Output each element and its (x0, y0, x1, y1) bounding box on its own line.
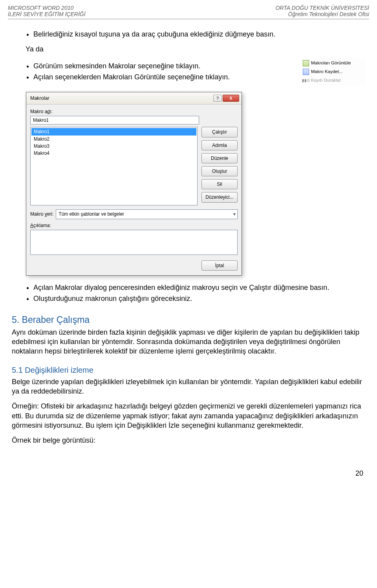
help-button[interactable]: ? (213, 95, 222, 102)
description-field: Açıklama: (30, 222, 238, 256)
label-part: çıklama: (33, 223, 51, 228)
list-item[interactable]: Makro2 (31, 136, 196, 143)
list-item: Açılan Makrolar diyalog penceresinden ek… (33, 283, 365, 292)
description-textarea[interactable] (30, 230, 238, 255)
menu-item-pause-recording: ▮▮⊙ Kaydı Duraklat (301, 76, 365, 85)
row-with-side-menu: Görünüm sekmesinden Makrolar seçeneğine … (12, 58, 365, 88)
list-item: Görünüm sekmesinden Makrolar seçeneğine … (33, 61, 293, 71)
header-right: ORTA DOĞU TEKNİK ÜNİVERSİTESİ Öğretim Te… (275, 5, 369, 17)
section-5-1-heading: 5.1 Değişiklikleri izleme (12, 365, 365, 376)
list-item: Açılan seçeneklerden Makroları Görüntüle… (33, 72, 293, 82)
page-header: MICROSOFT WORD 2010 İLERİ SEVİYE EĞİTİM … (8, 0, 369, 19)
macros-dropdown-menu: Makroları Görüntüle Makro Kaydet... ▮▮⊙ … (301, 59, 365, 85)
macro-listbox[interactable]: Makro1 Makro2 Makro3 Makro4 (30, 127, 198, 205)
dialog-title: Makrolar (30, 95, 49, 102)
macro-name-label: Makro adı: (30, 108, 238, 115)
dialog-footer: İptal (30, 260, 238, 271)
titlebar-controls: ? X (213, 95, 239, 102)
macros-dialog: Makrolar ? X Makro adı: Makro1 Makro2 Ma… (26, 92, 242, 276)
dialog-titlebar: Makrolar ? X (26, 92, 242, 104)
section-5-heading: 5. Beraber Çalışma (12, 314, 365, 326)
list-item: Belirlediğiniz kısayol tuşuna ya da araç… (33, 29, 365, 39)
organizer-button[interactable]: Düzenleyici... (201, 192, 238, 202)
left-text-col: Görünüm sekmesinden Makrolar seçeneğine … (12, 58, 293, 88)
menu-item-view-macros[interactable]: Makroları Görüntüle (301, 59, 365, 68)
list-item: Oluşturduğunuz makronun çalıştığını göre… (33, 294, 365, 303)
page-content: Belirlediğiniz kısayol tuşuna ya da araç… (8, 19, 369, 478)
macro-location-row: Makro yeri: Tüm etkin şablonlar ve belge… (30, 209, 238, 219)
menu-item-label: Kaydı Duraklat (311, 77, 340, 84)
description-label: Açıklama: (30, 222, 238, 229)
menu-item-label: Makro Kaydet... (311, 69, 343, 75)
header-left-top: MICROSOFT WORD 2010 (8, 5, 86, 11)
bullet-list-3: Açılan Makrolar diyalog penceresinden ek… (12, 283, 365, 304)
run-button[interactable]: Çalıştır (201, 127, 238, 137)
create-button[interactable]: Oluştur (201, 166, 238, 176)
page-number: 20 (12, 469, 365, 478)
section-5-paragraph: Aynı doküman üzerinde birden fazla kişin… (12, 328, 365, 356)
header-right-top: ORTA DOĞU TEKNİK ÜNİVERSİTESİ (275, 5, 369, 11)
edit-button[interactable]: Düzenle (201, 153, 238, 163)
dialog-body: Makro adı: Makro1 Makro2 Makro3 Makro4 Ç… (26, 104, 242, 275)
view-macros-icon (303, 60, 309, 66)
header-right-bottom: Öğretim Teknolojileri Destek Ofisi (275, 11, 369, 17)
label-part: Makro a (30, 109, 47, 114)
label-accelerator: A (30, 223, 33, 228)
menu-item-label: Makroları Görüntüle (311, 60, 351, 66)
macro-name-field: Makro adı: (30, 108, 238, 125)
macro-location-label: Makro yeri: (30, 211, 53, 217)
dialog-button-column: Çalıştır Adımla Düzenle Oluştur Sil Düze… (201, 127, 238, 205)
step-button[interactable]: Adımla (201, 140, 238, 150)
macro-name-input[interactable] (30, 116, 199, 125)
section-5-1-paragraph-2: Örneğin: Ofisteki bir arkadaşınız hazırl… (12, 401, 365, 430)
header-left: MICROSOFT WORD 2010 İLERİ SEVİYE EĞİTİM … (8, 5, 86, 17)
close-button[interactable]: X (223, 95, 239, 102)
list-item[interactable]: Makro4 (31, 150, 196, 157)
label-part: eri: (47, 211, 54, 217)
cancel-button[interactable]: İptal (201, 260, 238, 271)
dialog-main-row: Makro1 Makro2 Makro3 Makro4 Çalıştır Adı… (30, 127, 238, 205)
list-item[interactable]: Makro3 (31, 143, 196, 150)
bullet-list-2: Görünüm sekmesinden Makrolar seçeneğine … (12, 61, 293, 82)
section-5-1-paragraph-1: Belge üzerinde yapılan değişiklikleri iz… (12, 377, 365, 396)
delete-button[interactable]: Sil (201, 179, 238, 189)
menu-item-record-macro[interactable]: Makro Kaydet... (301, 68, 365, 76)
list-item[interactable]: Makro1 (31, 128, 196, 135)
pause-icon: ▮▮⊙ (303, 77, 309, 84)
label-part: Makro (30, 211, 45, 217)
bullet-list-1: Belirlediğiniz kısayol tuşuna ya da araç… (12, 29, 365, 39)
macro-location-select[interactable]: Tüm etkin şablonlar ve belgeler (56, 209, 238, 219)
header-left-bottom: İLERİ SEVİYE EĞİTİM İÇERİĞİ (8, 11, 86, 17)
section-5-1-paragraph-3: Örnek bir belge görüntüsü: (12, 436, 365, 445)
or-text: Ya da (26, 44, 365, 54)
label-part: ı: (50, 109, 53, 114)
record-macro-icon (303, 69, 309, 75)
